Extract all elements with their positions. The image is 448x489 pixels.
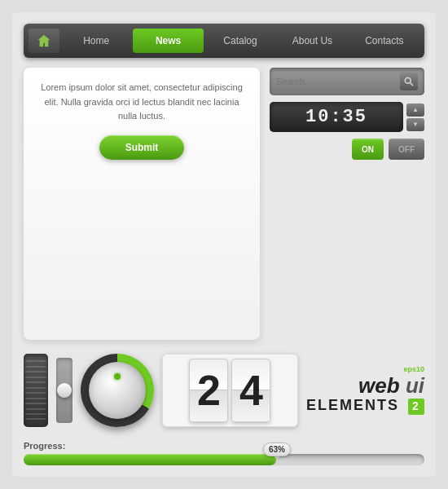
flip-digit-1: 2: [189, 359, 228, 422]
progress-fill: [24, 454, 276, 465]
nav-catalog[interactable]: Catalog: [205, 29, 275, 53]
slider-thumb: [57, 383, 72, 398]
svg-line-1: [411, 83, 413, 86]
knob-ring: [81, 354, 154, 427]
progress-track[interactable]: 63%: [24, 454, 424, 465]
nav-home[interactable]: Home: [61, 29, 131, 53]
progress-thumb: 63%: [263, 443, 291, 456]
clock-display: 10:35: [270, 102, 403, 132]
search-icon[interactable]: [400, 73, 418, 90]
brand-elements: ELEMENTS 2: [306, 398, 424, 415]
nav-contacts[interactable]: Contacts: [349, 29, 419, 53]
toggle-row: ON OFF: [270, 139, 424, 160]
right-panel: 10:35 ▲ ▼ ON OFF: [270, 68, 424, 340]
toggle-off-button[interactable]: OFF: [389, 139, 424, 160]
submit-button[interactable]: Submit: [99, 135, 185, 160]
bottom-row: Progress: 63%: [24, 441, 424, 465]
main-row: Lorem ipsum dolor sit amet, consectetur …: [24, 68, 424, 340]
svg-point-0: [405, 77, 411, 83]
toggle-on-button[interactable]: ON: [352, 139, 384, 160]
vertical-slider[interactable]: [24, 354, 48, 427]
clock-up-button[interactable]: ▲: [406, 104, 424, 117]
search-bar: [270, 68, 424, 95]
controls-row: 2 4 eps10 Web UI ELEMENTS 2: [24, 350, 424, 431]
small-slider[interactable]: [56, 358, 72, 423]
lorem-text: Lorem ipsum dolor sit amet, consectetur …: [37, 81, 247, 124]
progress-label: Progress:: [24, 441, 424, 451]
progress-section: Progress: 63%: [24, 441, 424, 465]
branding: eps10 Web UI ELEMENTS 2: [306, 366, 424, 414]
clock-widget: 10:35 ▲ ▼: [270, 102, 424, 132]
home-button[interactable]: [29, 29, 59, 53]
main-container: Home News Catalog About Us Contacts Lore…: [12, 12, 436, 477]
brand-web: Web UI: [358, 374, 424, 398]
knob-dot: [114, 373, 121, 380]
brand-part: 2: [408, 399, 424, 415]
flip-digit-2: 4: [231, 359, 270, 422]
clock-down-button[interactable]: ▼: [406, 118, 424, 131]
content-card: Lorem ipsum dolor sit amet, consectetur …: [24, 68, 260, 340]
nav-news[interactable]: News: [133, 29, 203, 53]
clock-arrows: ▲ ▼: [406, 104, 424, 131]
nav-about[interactable]: About Us: [277, 29, 347, 53]
slider-lines: [24, 354, 48, 427]
navbar: Home News Catalog About Us Contacts: [24, 24, 424, 58]
knob[interactable]: [81, 354, 154, 427]
search-input[interactable]: [276, 77, 395, 86]
knob-inner: [89, 362, 146, 419]
flip-counter: 2 4: [162, 354, 298, 427]
